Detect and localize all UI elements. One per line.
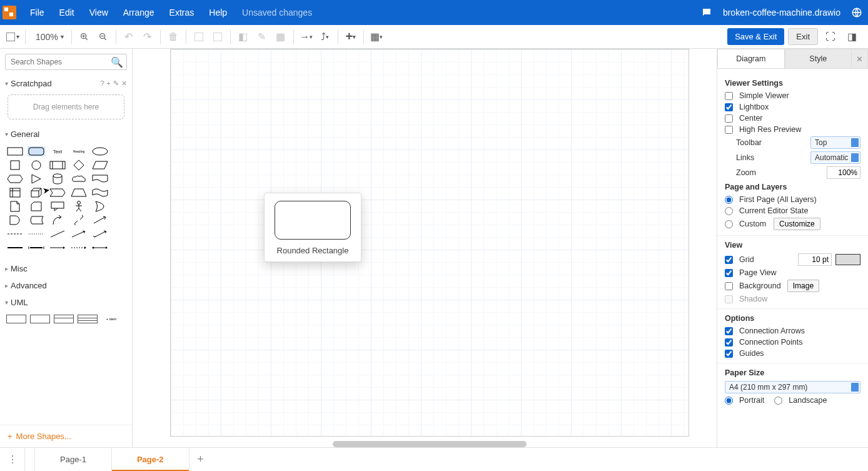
- scratchpad-dropzone[interactable]: Drag elements here: [8, 94, 124, 119]
- search-shapes-input[interactable]: [5, 54, 127, 70]
- scratchpad-help-icon[interactable]: ?: [100, 79, 104, 88]
- line-arrow-1-shape[interactable]: [70, 229, 88, 239]
- card-shape[interactable]: [28, 201, 45, 211]
- sidebar-toggle-button[interactable]: ▾: [4, 28, 21, 46]
- rectangle-shape[interactable]: [6, 146, 24, 156]
- uml-component-shape[interactable]: [78, 315, 98, 323]
- simple-viewer-checkbox[interactable]: [725, 92, 733, 100]
- data-storage-shape[interactable]: [28, 215, 45, 225]
- menu-help[interactable]: Help: [201, 0, 235, 25]
- scratchpad-edit-icon[interactable]: ✎: [113, 79, 119, 88]
- cylinder-shape[interactable]: [49, 174, 66, 184]
- scratchpad-close-icon[interactable]: ✕: [121, 79, 127, 88]
- grid-color-swatch[interactable]: [835, 254, 860, 265]
- connection-style-button[interactable]: → ▾: [298, 28, 315, 46]
- to-back-button[interactable]: [209, 28, 226, 46]
- dotted-line-shape[interactable]: [28, 229, 45, 239]
- step-shape[interactable]: [49, 188, 66, 198]
- blank-shape-3[interactable]: [113, 174, 130, 184]
- rounded-rectangle-shape[interactable]: [28, 146, 45, 156]
- menu-extras[interactable]: Extras: [162, 0, 202, 25]
- menu-view[interactable]: View: [82, 0, 116, 25]
- guides-checkbox[interactable]: [725, 350, 733, 358]
- page-view-checkbox[interactable]: [725, 269, 733, 277]
- blank-shape-4[interactable]: [113, 188, 130, 198]
- paper-size-select[interactable]: A4 (210 mm x 297 mm): [725, 381, 860, 393]
- parallelogram-shape[interactable]: [91, 160, 109, 170]
- scratchpad-add-icon[interactable]: +: [107, 79, 111, 88]
- square-shape[interactable]: [6, 160, 24, 170]
- heading-shape[interactable]: Heading: [70, 146, 88, 156]
- line-color-button[interactable]: ✎: [253, 28, 271, 46]
- page-tab-2[interactable]: Page-2: [112, 448, 189, 471]
- comments-icon[interactable]: [698, 4, 715, 21]
- current-editor-radio[interactable]: [725, 207, 733, 215]
- exit-button[interactable]: Exit: [788, 28, 818, 45]
- page-tab-1[interactable]: Page-1: [35, 448, 112, 471]
- dashed-line-shape[interactable]: [6, 229, 24, 239]
- blank-shape-8[interactable]: [113, 243, 130, 253]
- connector-1-shape[interactable]: [6, 243, 24, 253]
- table-button[interactable]: ▦ ▾: [368, 28, 385, 46]
- background-checkbox[interactable]: [725, 282, 733, 290]
- redo-button[interactable]: ↷: [139, 28, 156, 46]
- customize-button[interactable]: Customize: [774, 218, 820, 230]
- actor-shape[interactable]: [70, 201, 88, 211]
- connector-4-shape[interactable]: [70, 243, 88, 253]
- delete-button[interactable]: 🗑: [164, 28, 182, 46]
- zoom-out-button[interactable]: [94, 28, 112, 46]
- page-drawing-area[interactable]: [170, 49, 689, 437]
- note-shape[interactable]: [6, 201, 24, 211]
- links-select[interactable]: Automatic: [810, 151, 860, 164]
- line-shape[interactable]: [49, 229, 66, 239]
- tab-close-button[interactable]: ✕: [852, 49, 868, 68]
- callout-shape[interactable]: [49, 201, 66, 211]
- highres-checkbox[interactable]: [725, 126, 733, 134]
- insert-button[interactable]: + ▾: [342, 28, 360, 46]
- horizontal-scrollbar[interactable]: [333, 441, 527, 447]
- landscape-radio[interactable]: [774, 397, 782, 405]
- canvas[interactable]: Rounded Rectangle: [133, 49, 717, 447]
- uml-item-shape[interactable]: + item: [101, 315, 121, 323]
- document-shape[interactable]: [91, 174, 109, 184]
- save-exit-button[interactable]: Save & Exit: [727, 28, 784, 45]
- search-icon[interactable]: 🔍: [111, 56, 123, 68]
- center-checkbox[interactable]: [725, 114, 733, 123]
- blank-shape-6[interactable]: [113, 215, 130, 225]
- globe-icon[interactable]: [848, 4, 865, 21]
- shadow-checkbox[interactable]: [725, 295, 733, 303]
- blank-shape[interactable]: [113, 146, 130, 156]
- blank-shape-2[interactable]: [113, 160, 130, 170]
- menu-file[interactable]: File: [23, 0, 52, 25]
- connector-5-shape[interactable]: [91, 243, 109, 253]
- bidirectional-arrow-shape[interactable]: [70, 215, 88, 225]
- grid-checkbox[interactable]: [725, 256, 733, 264]
- scratchpad-section[interactable]: ▾ Scratchpad ? + ✎ ✕: [0, 75, 132, 92]
- zoom-input[interactable]: [827, 166, 860, 179]
- advanced-section[interactable]: ▸ Advanced: [0, 277, 132, 294]
- portrait-radio[interactable]: [725, 397, 733, 405]
- menu-arrange[interactable]: Arrange: [116, 0, 162, 25]
- pages-menu-button[interactable]: ⋮: [0, 448, 25, 471]
- connector-2-shape[interactable]: [28, 243, 45, 253]
- arrow-shape[interactable]: [91, 215, 109, 225]
- uml-interface-shape[interactable]: [54, 315, 74, 323]
- triangle-shape[interactable]: [28, 174, 45, 184]
- to-front-button[interactable]: [190, 28, 208, 46]
- waypoint-style-button[interactable]: ⤴ ▾: [316, 28, 334, 46]
- circle-shape[interactable]: [28, 160, 45, 170]
- hexagon-shape[interactable]: [6, 174, 24, 184]
- uml-class-shape[interactable]: [30, 315, 50, 323]
- filename-label[interactable]: broken-coffee-machine.drawio: [718, 8, 845, 18]
- diamond-shape[interactable]: [70, 160, 88, 170]
- background-image-button[interactable]: Image: [787, 280, 819, 292]
- undo-button[interactable]: ↶: [120, 28, 138, 46]
- tape-shape[interactable]: [91, 188, 109, 198]
- text-shape[interactable]: Text: [49, 146, 66, 156]
- and-shape[interactable]: [6, 215, 24, 225]
- grid-size-input[interactable]: [798, 253, 832, 266]
- blank-shape-5[interactable]: [113, 201, 130, 211]
- tab-style[interactable]: Style: [785, 49, 852, 68]
- ellipse-shape[interactable]: [91, 146, 109, 156]
- fullscreen-button[interactable]: ⛶: [822, 28, 839, 46]
